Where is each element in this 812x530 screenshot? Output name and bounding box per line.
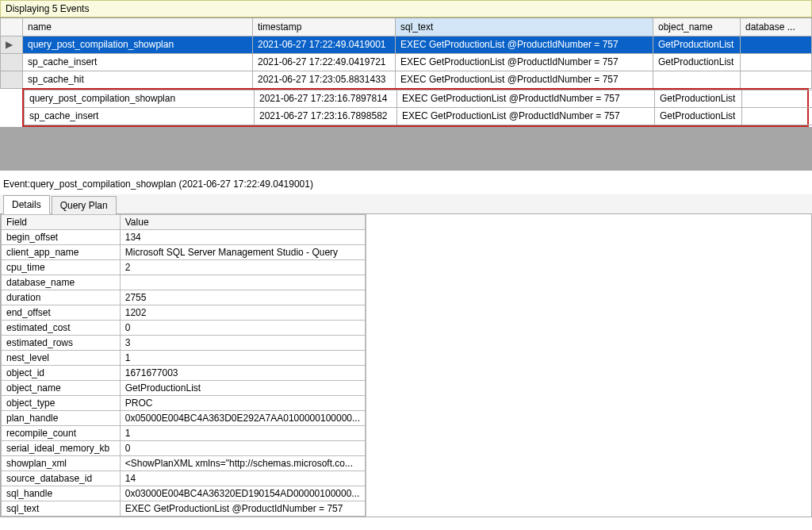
- cell-sqltext[interactable]: EXEC GetProductionList @ProductIdNumber …: [396, 36, 653, 53]
- details-value[interactable]: 0: [120, 320, 365, 335]
- table-row[interactable]: sp_cache_insert2021-06-27 17:23:16.78985…: [25, 107, 813, 125]
- details-field[interactable]: begin_offset: [2, 229, 121, 244]
- details-value[interactable]: 2: [120, 259, 365, 275]
- details-value[interactable]: 1: [120, 425, 365, 440]
- details-value[interactable]: GetProductionList: [120, 380, 365, 395]
- details-field[interactable]: sql_text: [2, 501, 121, 516]
- details-value[interactable]: 1: [120, 350, 365, 365]
- details-row[interactable]: client_app_nameMicrosoft SQL Server Mana…: [2, 244, 366, 259]
- tab-query-plan[interactable]: Query Plan: [52, 196, 117, 214]
- details-field[interactable]: client_app_name: [2, 244, 121, 259]
- col-header-name[interactable]: name: [23, 18, 253, 36]
- cell-objectname[interactable]: GetProductionList: [653, 53, 741, 71]
- cell-name[interactable]: query_post_compilation_showplan: [23, 36, 253, 53]
- cell-sqltext[interactable]: EXEC GetProductionList @ProductIdNumber …: [396, 53, 653, 71]
- details-row[interactable]: estimated_rows3: [2, 335, 366, 350]
- cell-sqltext[interactable]: EXEC GetProductionList @ProductIdNumber …: [397, 90, 655, 107]
- cell-name[interactable]: sp_cache_insert: [23, 53, 253, 71]
- details-row[interactable]: serial_ideal_memory_kb0: [2, 440, 366, 455]
- col-header-objectname[interactable]: object_name: [653, 18, 741, 36]
- cell-database[interactable]: [741, 53, 812, 71]
- details-value[interactable]: 1202: [120, 305, 365, 320]
- cell-timestamp[interactable]: 2021-06-27 17:23:16.7898582: [255, 107, 397, 125]
- details-row[interactable]: object_nameGetProductionList: [2, 380, 366, 395]
- status-banner: Displaying 5 Events: [0, 0, 812, 17]
- details-field[interactable]: database_name: [2, 275, 121, 290]
- details-field[interactable]: nest_level: [2, 350, 121, 365]
- details-col-value[interactable]: Value: [120, 214, 365, 229]
- details-row[interactable]: estimated_cost0: [2, 320, 366, 335]
- cell-database[interactable]: [741, 71, 812, 88]
- details-value[interactable]: PROC: [120, 395, 365, 410]
- cell-sqltext[interactable]: EXEC GetProductionList @ProductIdNumber …: [396, 71, 653, 88]
- details-field[interactable]: object_type: [2, 395, 121, 410]
- cell-sqltext[interactable]: EXEC GetProductionList @ProductIdNumber …: [397, 107, 655, 125]
- details-row[interactable]: plan_handle0x05000E004BC4A363D0E292A7AA0…: [2, 410, 366, 425]
- table-row[interactable]: query_post_compilation_showplan2021-06-2…: [25, 90, 813, 107]
- details-field[interactable]: estimated_rows: [2, 335, 121, 350]
- details-row[interactable]: object_typePROC: [2, 395, 366, 410]
- details-row[interactable]: nest_level1: [2, 350, 366, 365]
- details-value[interactable]: Microsoft SQL Server Management Studio -…: [120, 244, 365, 259]
- details-table[interactable]: Field Value begin_offset134client_app_na…: [1, 214, 366, 517]
- details-value[interactable]: 2755: [120, 290, 365, 305]
- details-value[interactable]: [120, 275, 365, 290]
- cell-timestamp[interactable]: 2021-06-27 17:23:05.8831433: [253, 71, 396, 88]
- details-row[interactable]: database_name: [2, 275, 366, 290]
- details-field[interactable]: end_offset: [2, 305, 121, 320]
- details-value[interactable]: 134: [120, 229, 365, 244]
- table-row[interactable]: ▶query_post_compilation_showplan2021-06-…: [1, 36, 812, 53]
- details-row[interactable]: object_id1671677003: [2, 365, 366, 380]
- col-header-timestamp[interactable]: timestamp: [253, 18, 396, 36]
- details-value[interactable]: 14: [120, 470, 365, 486]
- details-value[interactable]: <ShowPlanXML xmlns="http://schemas.micro…: [120, 455, 365, 470]
- details-field[interactable]: object_id: [2, 365, 121, 380]
- cell-objectname[interactable]: GetProductionList: [655, 107, 742, 125]
- details-field[interactable]: recompile_count: [2, 425, 121, 440]
- details-value[interactable]: 1671677003: [120, 365, 365, 380]
- details-field[interactable]: object_name: [2, 380, 121, 395]
- details-field[interactable]: plan_handle: [2, 410, 121, 425]
- events-table[interactable]: name timestamp sql_text object_name data…: [0, 18, 812, 89]
- cell-name[interactable]: sp_cache_hit: [23, 71, 253, 88]
- details-row[interactable]: duration2755: [2, 290, 366, 305]
- table-row[interactable]: sp_cache_hit2021-06-27 17:23:05.8831433E…: [1, 71, 812, 88]
- cell-objectname[interactable]: GetProductionList: [653, 36, 741, 53]
- cell-timestamp[interactable]: 2021-06-27 17:22:49.0419001: [253, 36, 396, 53]
- details-value[interactable]: 0x03000E004BC4A36320ED190154AD0000010000…: [120, 486, 365, 501]
- details-field[interactable]: duration: [2, 290, 121, 305]
- details-value[interactable]: 0x05000E004BC4A363D0E292A7AA010000010000…: [120, 410, 365, 425]
- details-value[interactable]: EXEC GetProductionList @ProductIdNumber …: [120, 501, 365, 516]
- details-field[interactable]: sql_handle: [2, 486, 121, 501]
- details-col-field[interactable]: Field: [2, 214, 121, 229]
- details-row[interactable]: showplan_xml<ShowPlanXML xmlns="http://s…: [2, 455, 366, 470]
- details-row[interactable]: sql_textEXEC GetProductionList @ProductI…: [2, 501, 366, 516]
- col-header-database[interactable]: database ...: [741, 18, 812, 36]
- cell-database[interactable]: [741, 36, 812, 53]
- col-header-sqltext[interactable]: sql_text: [396, 18, 653, 36]
- tab-details[interactable]: Details: [3, 195, 50, 214]
- cell-database[interactable]: [742, 107, 813, 125]
- details-field[interactable]: serial_ideal_memory_kb: [2, 440, 121, 455]
- details-row[interactable]: recompile_count1: [2, 425, 366, 440]
- cell-name[interactable]: query_post_compilation_showplan: [25, 90, 255, 107]
- details-value[interactable]: 0: [120, 440, 365, 455]
- details-field[interactable]: estimated_cost: [2, 320, 121, 335]
- cell-name[interactable]: sp_cache_insert: [25, 107, 255, 125]
- details-row[interactable]: sql_handle0x03000E004BC4A36320ED190154AD…: [2, 486, 366, 501]
- cell-objectname[interactable]: [653, 71, 741, 88]
- details-value[interactable]: 3: [120, 335, 365, 350]
- events-header-row[interactable]: name timestamp sql_text object_name data…: [1, 18, 812, 36]
- details-field[interactable]: cpu_time: [2, 259, 121, 275]
- table-row[interactable]: sp_cache_insert2021-06-27 17:22:49.04197…: [1, 53, 812, 71]
- details-field[interactable]: showplan_xml: [2, 455, 121, 470]
- cell-objectname[interactable]: GetProductionList: [655, 90, 742, 107]
- cell-timestamp[interactable]: 2021-06-27 17:22:49.0419721: [253, 53, 396, 71]
- details-row[interactable]: source_database_id14: [2, 470, 366, 486]
- details-row[interactable]: cpu_time2: [2, 259, 366, 275]
- cell-timestamp[interactable]: 2021-06-27 17:23:16.7897814: [255, 90, 397, 107]
- details-row[interactable]: begin_offset134: [2, 229, 366, 244]
- details-field[interactable]: source_database_id: [2, 470, 121, 486]
- details-row[interactable]: end_offset1202: [2, 305, 366, 320]
- cell-database[interactable]: [742, 90, 813, 107]
